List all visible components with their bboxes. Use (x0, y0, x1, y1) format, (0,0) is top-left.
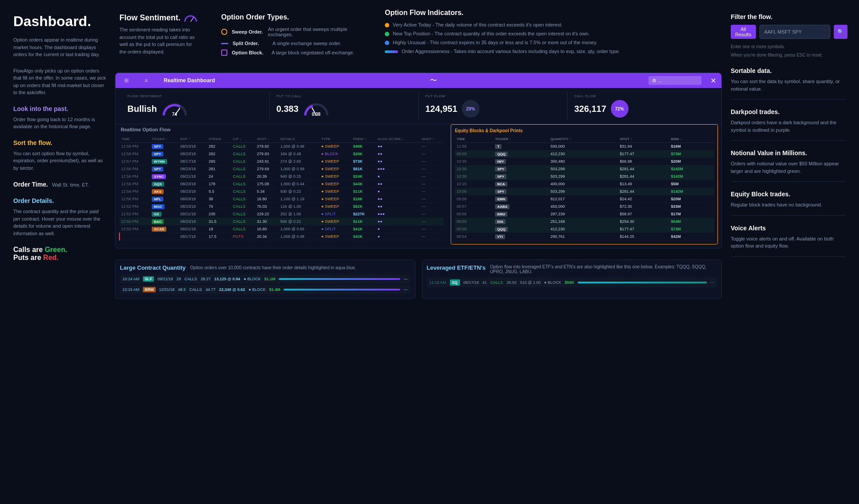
equity-row: 09:55 DIA 251,168 $254.30 $64M (455, 218, 714, 225)
option-flow-table: TIME TICKER ↑ EXP ↑ STRIKE C/P ↓ SPOT ↓ … (119, 136, 444, 241)
eq-col-bnm[interactable]: BNM ↓ (669, 136, 714, 143)
indicator-highly-unusual: Highly Unusual - This contract expires i… (385, 40, 717, 45)
option-flow-row: 12:58 PM SPY 08/23/18 282 CALLS 279.82 1… (119, 143, 444, 150)
option-flow-row: 12:56 PM SPY 08/23/18 281 CALLS 279.69 1… (119, 165, 444, 173)
nav-icon-grid: ⊞ (121, 76, 132, 85)
filter-hint1: Enter one or more symbols. (731, 43, 846, 50)
notional-value-title: Notional Value in Millions. (731, 149, 846, 157)
col-strike[interactable]: STRIKE (207, 136, 231, 143)
sortable-data-desc: You can sort the data by symbol, share q… (731, 78, 846, 92)
voice-alerts-title: Voice Alerts (731, 225, 846, 232)
stat-flow-sentiment: FLOW SENTIMENT Bullish 74 (121, 92, 270, 120)
top-info-row: Flow Sentiment. The sentiment reading ta… (115, 9, 722, 64)
call-flow-badge: 72% (611, 100, 629, 118)
col-time[interactable]: TIME (119, 136, 150, 143)
dashboard-nav-bar: ⊞ ≡ Realtime Dashboard 〜 ✕ (115, 73, 721, 88)
equity-row: 09:56 EMU 287,239 $58.97 $17M (455, 210, 714, 218)
put-to-call-gauge: 0.38 (303, 100, 330, 118)
dashboard-title: Dashboard. (13, 13, 106, 30)
ticker-brm: BRM (143, 287, 156, 292)
option-flow-row: 12:56 PM GQS 08/23/18 178 CALLS 175.08 1… (119, 180, 444, 188)
equity-block-section: Equity Block trades. Regular block trade… (731, 191, 846, 216)
col-ticker[interactable]: TICKER ↑ (150, 136, 179, 143)
flow-sentiment-box: Flow Sentiment. The sentiment reading ta… (115, 9, 203, 64)
option-flow-table-title: Realtime Option Flow (119, 124, 444, 133)
split-icon (221, 43, 228, 44)
darkpool-trades-title: Darkpool trades. (731, 108, 846, 115)
col-type[interactable]: TYPE (319, 136, 351, 143)
eq-col-ticker[interactable]: TICKER ↑ (493, 136, 548, 143)
large-contract-desc: Option orders over 10,000 contracts have… (190, 265, 356, 270)
leveraged-etf-desc: Option flow into leveraged ETF's and ETN… (490, 264, 717, 274)
eq-col-quantity[interactable]: QUANTITY ↑ (549, 136, 618, 143)
puts-label: Puts are Red. (13, 254, 106, 262)
filter-search-button[interactable]: 🔍 (834, 25, 847, 39)
large-contract-row-1: 10:24 AM SLF 09/21/1829CALLS28.27 13,125… (120, 275, 410, 283)
calls-puts-section: Calls are Green. Puts are Red. (13, 246, 106, 262)
indicator-new-top: New Top Position - The contract quantity… (385, 31, 717, 36)
equity-row: 10:15 BCA 400,000 $13.49 $5M (455, 180, 714, 188)
col-shot[interactable]: SHOT ↑ (420, 136, 444, 143)
option-flow-row: 12:50 PM BAC 08/23/18 31.5 CALLS 31.30 5… (119, 218, 444, 225)
col-score[interactable]: ALGO SCORE ↓ (376, 136, 420, 143)
equity-row: 11:56 T 500,000 $31.94 $16M (455, 143, 714, 150)
ticker-slf: SLF (143, 276, 154, 282)
equity-table-container: Equity Blocks & Darkpool Prints TIME TIC… (451, 124, 718, 244)
look-past-title: Look into the past. (13, 105, 106, 112)
stats-row: FLOW SENTIMENT Bullish 74 (115, 88, 721, 124)
equity-row: 10:00 SPY 503,299 $281.44 $142M (455, 188, 714, 195)
all-results-button[interactable]: All Results (731, 25, 756, 39)
option-flow-indicators-title: Option Flow Indicators. (385, 9, 717, 17)
yellow-dot-icon (385, 23, 389, 27)
voice-alerts-desc: Toggle voice alerts on and off. Availabl… (731, 235, 846, 250)
order-details-desc: The contract quantity and the price paid… (13, 208, 106, 237)
option-flow-indicators-box: Option Flow Indicators. Very Active Toda… (380, 9, 722, 64)
symbol-filter-input[interactable] (759, 25, 830, 39)
sortable-data-section: Sortable data. You can sort the data by … (731, 67, 846, 99)
nav-filter-input[interactable] (648, 76, 702, 85)
left-panel: Dashboard. Option orders appear in realt… (9, 9, 111, 495)
col-details[interactable]: DETAILS (279, 136, 319, 143)
col-cp[interactable]: C/P ↓ (231, 136, 255, 143)
nav-tab-realtime[interactable]: Realtime Dashboard (160, 76, 219, 85)
order-time-label: Order Time. (13, 181, 48, 188)
center-panel: Flow Sentiment. The sentiment reading ta… (115, 9, 722, 495)
right-panel: Filter the flow. All Results 🔍 Enter one… (726, 9, 850, 495)
col-prem[interactable]: PREM ↑ (351, 136, 376, 143)
order-time-desc: Wall St. time, ET. (52, 182, 89, 187)
option-flow-row: 12:56 PM AKS 08/23/18 5.5 CALLS 5.34 500… (119, 188, 444, 195)
col-spot[interactable]: SPOT ↓ (255, 136, 279, 143)
bar-slf (279, 278, 400, 280)
tables-row: Realtime Option Flow TIME TICKER ↑ EXP ↑… (115, 124, 721, 248)
option-flow-row: 12:56 PM NPL 08/03/18 38 CALLS 16.80 1,1… (119, 195, 444, 203)
option-flow-section: Realtime Option Flow TIME TICKER ↑ EXP ↑… (119, 124, 444, 244)
bottom-section: Large Contract Quantity Option orders ov… (115, 255, 722, 303)
eq-col-spot[interactable]: SPOT ↓ (618, 136, 669, 143)
option-order-types-box: Option Order Types. Sweep Order. An urge… (217, 9, 367, 64)
col-exp[interactable]: EXP ↑ (179, 136, 207, 143)
stat-call-flow: CALL FLOW 326,117 72% (568, 92, 716, 120)
stat-put-to-call: PUT TO CALL 0.383 0.38 (270, 92, 419, 120)
darkpool-trades-section: Darkpool trades. Darkpool orders have a … (731, 108, 846, 141)
darkpool-trades-desc: Darkpool orders have a dark background a… (731, 119, 846, 134)
sentiment-gauge-icon (184, 14, 197, 23)
dashboard-desc: Option orders appear in realtime during … (13, 36, 106, 58)
block-icon (221, 50, 227, 56)
leveraged-etf-box: Leveraged ETF/ETN's Option flow into lev… (422, 260, 722, 299)
green-dot-icon (385, 32, 389, 36)
option-flow-row: 12:57 PM WYNN 08/17/18 265 CALLS 243.91 … (119, 158, 444, 165)
option-flow-row: 12:56 PM SYNC 09/21/18 24 CALLS 20.39 94… (119, 173, 444, 180)
calls-label: Calls are Green. (13, 246, 106, 254)
equity-block-title: Equity Block trades. (731, 191, 846, 198)
voice-alerts-section: Voice Alerts Toggle voice alerts on and … (731, 225, 846, 257)
equity-row: 09:54 VTI 290,761 $144.25 $42M (455, 233, 714, 241)
order-type-split: Split Order. A single exchange sweep ord… (221, 41, 363, 46)
filter-hint2: When you're done filtering, press ESC to… (731, 52, 846, 58)
equity-table: TIME TICKER ↑ QUANTITY ↑ SPOT ↓ BNM ↓ 11… (455, 136, 714, 241)
order-details-section: Order Details. The contract quantity and… (13, 197, 106, 237)
eq-col-time[interactable]: TIME (455, 136, 493, 143)
nav-icon-list: ≡ (141, 76, 151, 85)
nav-close-icon[interactable]: ✕ (710, 76, 716, 85)
put-flow-badge: 29% (462, 100, 479, 118)
sort-desc: You can sort option flow by symbol, expi… (13, 150, 106, 172)
